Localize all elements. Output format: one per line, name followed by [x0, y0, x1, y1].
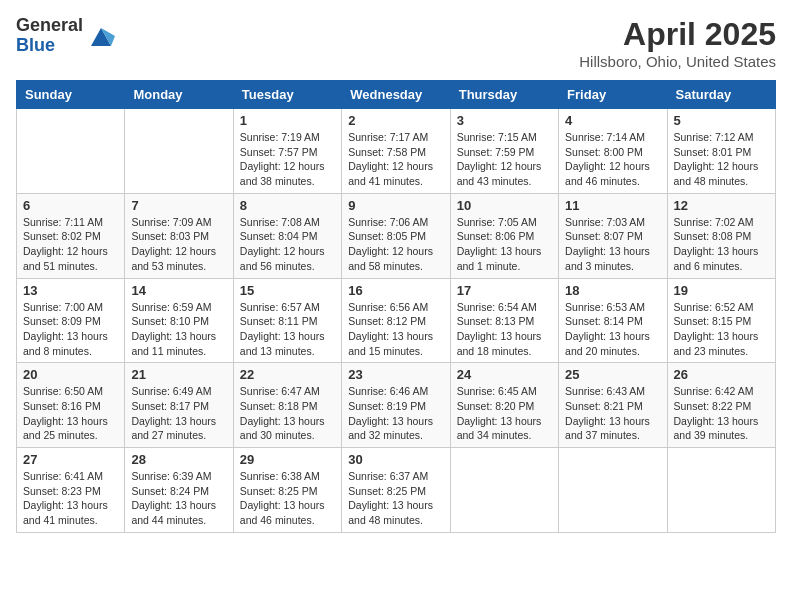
calendar-cell: 7Sunrise: 7:09 AM Sunset: 8:03 PM Daylig… — [125, 193, 233, 278]
day-number: 2 — [348, 113, 443, 128]
day-number: 16 — [348, 283, 443, 298]
logo: General Blue — [16, 16, 115, 56]
calendar-week-row: 27Sunrise: 6:41 AM Sunset: 8:23 PM Dayli… — [17, 448, 776, 533]
calendar-cell — [125, 109, 233, 194]
day-number: 22 — [240, 367, 335, 382]
calendar-cell: 28Sunrise: 6:39 AM Sunset: 8:24 PM Dayli… — [125, 448, 233, 533]
calendar-cell: 20Sunrise: 6:50 AM Sunset: 8:16 PM Dayli… — [17, 363, 125, 448]
day-info: Sunrise: 7:15 AM Sunset: 7:59 PM Dayligh… — [457, 130, 552, 189]
calendar-cell: 14Sunrise: 6:59 AM Sunset: 8:10 PM Dayli… — [125, 278, 233, 363]
day-info: Sunrise: 7:09 AM Sunset: 8:03 PM Dayligh… — [131, 215, 226, 274]
day-number: 4 — [565, 113, 660, 128]
day-number: 12 — [674, 198, 769, 213]
calendar-cell: 13Sunrise: 7:00 AM Sunset: 8:09 PM Dayli… — [17, 278, 125, 363]
day-info: Sunrise: 7:11 AM Sunset: 8:02 PM Dayligh… — [23, 215, 118, 274]
day-number: 25 — [565, 367, 660, 382]
day-number: 13 — [23, 283, 118, 298]
weekday-header-saturday: Saturday — [667, 81, 775, 109]
subtitle: Hillsboro, Ohio, United States — [579, 53, 776, 70]
weekday-header-wednesday: Wednesday — [342, 81, 450, 109]
weekday-header-tuesday: Tuesday — [233, 81, 341, 109]
calendar-cell: 15Sunrise: 6:57 AM Sunset: 8:11 PM Dayli… — [233, 278, 341, 363]
day-number: 19 — [674, 283, 769, 298]
day-number: 28 — [131, 452, 226, 467]
calendar-week-row: 20Sunrise: 6:50 AM Sunset: 8:16 PM Dayli… — [17, 363, 776, 448]
day-info: Sunrise: 6:43 AM Sunset: 8:21 PM Dayligh… — [565, 384, 660, 443]
day-number: 7 — [131, 198, 226, 213]
day-number: 18 — [565, 283, 660, 298]
day-info: Sunrise: 6:57 AM Sunset: 8:11 PM Dayligh… — [240, 300, 335, 359]
day-info: Sunrise: 6:52 AM Sunset: 8:15 PM Dayligh… — [674, 300, 769, 359]
calendar-cell: 21Sunrise: 6:49 AM Sunset: 8:17 PM Dayli… — [125, 363, 233, 448]
day-number: 1 — [240, 113, 335, 128]
day-info: Sunrise: 6:59 AM Sunset: 8:10 PM Dayligh… — [131, 300, 226, 359]
day-number: 5 — [674, 113, 769, 128]
day-info: Sunrise: 6:47 AM Sunset: 8:18 PM Dayligh… — [240, 384, 335, 443]
day-info: Sunrise: 6:42 AM Sunset: 8:22 PM Dayligh… — [674, 384, 769, 443]
day-info: Sunrise: 6:45 AM Sunset: 8:20 PM Dayligh… — [457, 384, 552, 443]
calendar-cell: 1Sunrise: 7:19 AM Sunset: 7:57 PM Daylig… — [233, 109, 341, 194]
day-number: 27 — [23, 452, 118, 467]
day-number: 3 — [457, 113, 552, 128]
day-number: 9 — [348, 198, 443, 213]
day-info: Sunrise: 7:14 AM Sunset: 8:00 PM Dayligh… — [565, 130, 660, 189]
main-title: April 2025 — [579, 16, 776, 53]
day-info: Sunrise: 7:00 AM Sunset: 8:09 PM Dayligh… — [23, 300, 118, 359]
logo-blue-text: Blue — [16, 36, 83, 56]
calendar-cell: 16Sunrise: 6:56 AM Sunset: 8:12 PM Dayli… — [342, 278, 450, 363]
day-info: Sunrise: 6:46 AM Sunset: 8:19 PM Dayligh… — [348, 384, 443, 443]
day-number: 6 — [23, 198, 118, 213]
day-number: 20 — [23, 367, 118, 382]
day-number: 17 — [457, 283, 552, 298]
calendar-cell: 30Sunrise: 6:37 AM Sunset: 8:25 PM Dayli… — [342, 448, 450, 533]
day-number: 11 — [565, 198, 660, 213]
day-number: 10 — [457, 198, 552, 213]
calendar-cell: 3Sunrise: 7:15 AM Sunset: 7:59 PM Daylig… — [450, 109, 558, 194]
day-info: Sunrise: 7:08 AM Sunset: 8:04 PM Dayligh… — [240, 215, 335, 274]
day-number: 30 — [348, 452, 443, 467]
day-number: 29 — [240, 452, 335, 467]
weekday-header-row: SundayMondayTuesdayWednesdayThursdayFrid… — [17, 81, 776, 109]
calendar-cell: 22Sunrise: 6:47 AM Sunset: 8:18 PM Dayli… — [233, 363, 341, 448]
day-info: Sunrise: 7:05 AM Sunset: 8:06 PM Dayligh… — [457, 215, 552, 274]
weekday-header-sunday: Sunday — [17, 81, 125, 109]
day-info: Sunrise: 6:38 AM Sunset: 8:25 PM Dayligh… — [240, 469, 335, 528]
calendar-week-row: 6Sunrise: 7:11 AM Sunset: 8:02 PM Daylig… — [17, 193, 776, 278]
calendar-cell: 19Sunrise: 6:52 AM Sunset: 8:15 PM Dayli… — [667, 278, 775, 363]
calendar-cell: 11Sunrise: 7:03 AM Sunset: 8:07 PM Dayli… — [559, 193, 667, 278]
calendar-cell: 25Sunrise: 6:43 AM Sunset: 8:21 PM Dayli… — [559, 363, 667, 448]
day-info: Sunrise: 6:41 AM Sunset: 8:23 PM Dayligh… — [23, 469, 118, 528]
logo-icon — [87, 22, 115, 50]
calendar-cell — [667, 448, 775, 533]
calendar-cell — [559, 448, 667, 533]
calendar-cell — [17, 109, 125, 194]
day-number: 23 — [348, 367, 443, 382]
calendar-cell: 29Sunrise: 6:38 AM Sunset: 8:25 PM Dayli… — [233, 448, 341, 533]
calendar-cell — [450, 448, 558, 533]
day-info: Sunrise: 6:54 AM Sunset: 8:13 PM Dayligh… — [457, 300, 552, 359]
calendar-week-row: 1Sunrise: 7:19 AM Sunset: 7:57 PM Daylig… — [17, 109, 776, 194]
calendar-cell: 23Sunrise: 6:46 AM Sunset: 8:19 PM Dayli… — [342, 363, 450, 448]
calendar-cell: 18Sunrise: 6:53 AM Sunset: 8:14 PM Dayli… — [559, 278, 667, 363]
calendar-cell: 6Sunrise: 7:11 AM Sunset: 8:02 PM Daylig… — [17, 193, 125, 278]
day-info: Sunrise: 7:19 AM Sunset: 7:57 PM Dayligh… — [240, 130, 335, 189]
calendar-cell: 4Sunrise: 7:14 AM Sunset: 8:00 PM Daylig… — [559, 109, 667, 194]
day-info: Sunrise: 6:50 AM Sunset: 8:16 PM Dayligh… — [23, 384, 118, 443]
day-info: Sunrise: 6:53 AM Sunset: 8:14 PM Dayligh… — [565, 300, 660, 359]
day-info: Sunrise: 7:02 AM Sunset: 8:08 PM Dayligh… — [674, 215, 769, 274]
logo-general-text: General — [16, 16, 83, 36]
calendar-cell: 12Sunrise: 7:02 AM Sunset: 8:08 PM Dayli… — [667, 193, 775, 278]
day-info: Sunrise: 7:12 AM Sunset: 8:01 PM Dayligh… — [674, 130, 769, 189]
day-info: Sunrise: 7:17 AM Sunset: 7:58 PM Dayligh… — [348, 130, 443, 189]
day-info: Sunrise: 6:56 AM Sunset: 8:12 PM Dayligh… — [348, 300, 443, 359]
day-info: Sunrise: 7:06 AM Sunset: 8:05 PM Dayligh… — [348, 215, 443, 274]
day-number: 24 — [457, 367, 552, 382]
day-info: Sunrise: 7:03 AM Sunset: 8:07 PM Dayligh… — [565, 215, 660, 274]
day-number: 8 — [240, 198, 335, 213]
day-info: Sunrise: 6:37 AM Sunset: 8:25 PM Dayligh… — [348, 469, 443, 528]
weekday-header-monday: Monday — [125, 81, 233, 109]
day-info: Sunrise: 6:39 AM Sunset: 8:24 PM Dayligh… — [131, 469, 226, 528]
day-number: 26 — [674, 367, 769, 382]
day-number: 21 — [131, 367, 226, 382]
day-number: 14 — [131, 283, 226, 298]
